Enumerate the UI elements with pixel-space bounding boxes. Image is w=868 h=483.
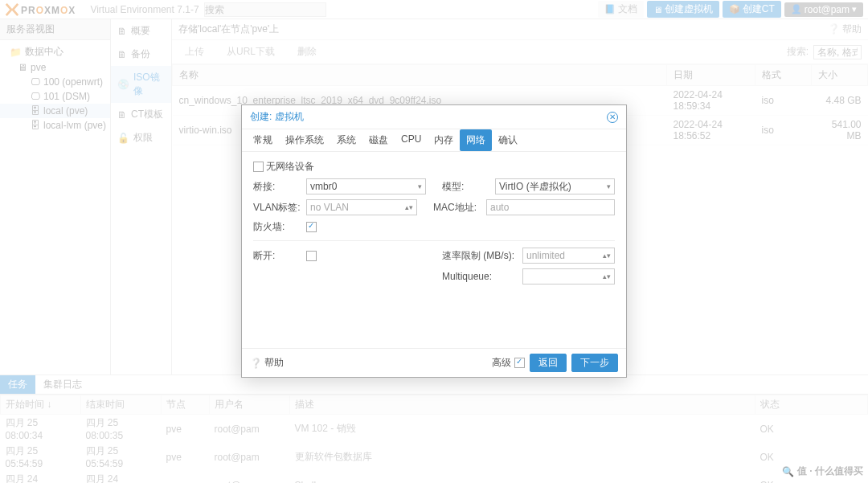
close-icon[interactable]: ✕ [607,112,618,123]
advanced-checkbox[interactable] [514,358,525,368]
wtab-cpu[interactable]: CPU [395,129,428,151]
watermark: 🔍值 · 什么值得买 [782,465,863,478]
wtab-general[interactable]: 常规 [247,129,279,151]
firewall-label: 防火墙: [253,220,306,234]
back-button[interactable]: 返回 [530,354,567,372]
model-select[interactable]: VirtIO (半虚拟化)▾ [495,178,615,194]
create-vm-dialog: 创建: 虚拟机 ✕ 常规 操作系统 系统 磁盘 CPU 内存 网络 确认 无网络… [241,104,627,378]
vlan-input[interactable]: no VLAN▴▾ [306,199,417,215]
wtab-network[interactable]: 网络 [460,129,492,151]
mac-input[interactable] [486,199,615,215]
advanced-toggle[interactable]: 高级 [492,356,525,370]
vlan-label: VLAN标签: [253,201,306,215]
no-network-label: 无网络设备 [266,160,314,174]
wtab-memory[interactable]: 内存 [428,129,460,151]
disconnect-checkbox[interactable] [306,251,317,261]
dialog-help-button[interactable]: ❔ 帮助 [250,356,284,370]
multiqueue-label: Multiqueue: [442,271,522,282]
wizard-body: 无网络设备 桥接:vmbr0▾ 模型:VirtIO (半虚拟化)▾ VLAN标签… [242,152,626,348]
wtab-disk[interactable]: 磁盘 [362,129,395,151]
mac-label: MAC地址: [433,201,486,215]
rate-input[interactable]: unlimited▴▾ [522,248,615,264]
rate-label: 速率限制 (MB/s): [442,249,522,263]
dialog-title: 创建: 虚拟机 [250,110,304,124]
no-network-checkbox[interactable] [253,162,264,172]
bridge-label: 桥接: [253,180,306,194]
next-button[interactable]: 下一步 [571,354,618,372]
firewall-checkbox[interactable] [306,222,317,232]
model-label: 模型: [442,180,495,194]
bridge-select[interactable]: vmbr0▾ [306,178,426,194]
wizard-tabs: 常规 操作系统 系统 磁盘 CPU 内存 网络 确认 [242,129,626,152]
multiqueue-input[interactable]: ▴▾ [522,268,615,284]
wtab-confirm[interactable]: 确认 [492,129,524,151]
wtab-system[interactable]: 系统 [330,129,362,151]
disconnect-label: 断开: [253,249,306,263]
wtab-os[interactable]: 操作系统 [279,129,330,151]
wizard-footer: ❔ 帮助 高级 返回 下一步 [242,348,626,377]
